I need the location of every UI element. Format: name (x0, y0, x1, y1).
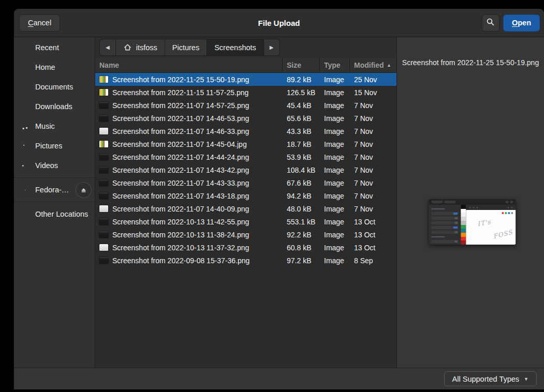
filter-label: All Supported Types (452, 375, 520, 383)
sidebar-item-recent[interactable]: Recent (14, 38, 95, 57)
file-thumbnail-icon (99, 102, 108, 109)
file-size: 67.6 kB (283, 179, 320, 187)
cancel-button[interactable]: Cancel (19, 14, 60, 32)
file-row[interactable]: Screenshot from 2022-11-07 14-40-09.png … (95, 202, 396, 215)
path-forward-button[interactable]: ▶ (264, 39, 280, 55)
file-thumbnail-icon (99, 141, 108, 147)
file-size: 89.2 kB (283, 76, 320, 84)
open-button[interactable]: Open (503, 14, 540, 32)
file-row[interactable]: Screenshot from 2022-11-07 14-57-25.png … (95, 99, 396, 112)
sidebar-item-downloads[interactable]: Downloads (14, 97, 95, 116)
file-chooser-dialog: File Upload Cancel Open Recent H (14, 9, 544, 389)
file-name: Screenshot from 2022-11-07 14-46-33.png (112, 127, 249, 135)
file-type: Image (320, 101, 350, 110)
sidebar-item-videos[interactable]: Videos (14, 156, 95, 175)
file-size: 92.2 kB (283, 231, 320, 239)
preview-thumbnail: IT's FOSS (429, 199, 516, 245)
file-modified: 7 Nov (350, 127, 396, 135)
file-name: Screenshot from 2022-11-07 14-43-42.png (112, 166, 249, 174)
action-bar: All Supported Types ▼ (14, 368, 544, 389)
document-icon (21, 83, 30, 92)
file-size: 60.8 kB (283, 244, 320, 252)
sort-indicator-icon: ▲ (387, 63, 392, 68)
thumbnail-canvas-dots (502, 212, 513, 214)
file-row[interactable]: Screenshot from 2022-11-07 14-43-18.png … (95, 189, 396, 202)
sidebar-item-home[interactable]: Home (14, 57, 95, 77)
file-name: Screenshot from 2022-11-25 15-50-19.png (112, 76, 249, 84)
file-type: Image (320, 179, 350, 187)
file-size: 65.6 kB (283, 114, 320, 123)
file-name: Screenshot from 2022-11-15 11-57-25.png (112, 88, 248, 97)
file-row[interactable]: Screenshot from 2022-11-07 14-44-24.png … (95, 150, 396, 163)
chevron-right-icon: ▶ (270, 44, 274, 50)
file-row[interactable]: Screenshot from 2022-11-07 14-46-53.png … (95, 112, 396, 125)
file-row-selected[interactable]: Screenshot from 2022-11-25 15-50-19.png … (95, 73, 396, 86)
breadcrumb-screenshots[interactable]: Screenshots (207, 39, 264, 55)
file-row[interactable]: Screenshot from 2022-11-07 14-43-42.png … (95, 163, 396, 176)
file-size: 108.4 kB (283, 166, 320, 174)
file-size: 53.9 kB (283, 153, 320, 161)
search-button[interactable] (482, 14, 499, 32)
file-name: Screenshot from 2022-11-07 14-40-09.png (112, 205, 249, 213)
home-icon (21, 63, 30, 72)
sidebar-item-music[interactable]: Music (14, 116, 95, 136)
file-row[interactable]: Screenshot from 2022-09-08 15-37-36.png … (95, 254, 396, 267)
file-row[interactable]: Screenshot from 2022-11-07 14-45-04.jpg … (95, 138, 396, 150)
file-name: Screenshot from 2022-10-13 11-37-32.png (112, 244, 249, 252)
file-row[interactable]: Screenshot from 2022-10-13 11-42-55.png … (95, 215, 396, 228)
search-icon (486, 18, 495, 28)
home-icon (123, 43, 132, 52)
sidebar-item-documents[interactable]: Documents (14, 77, 95, 97)
file-modified: 7 Nov (350, 192, 396, 200)
thumbnail-settings-panel (429, 205, 461, 245)
file-type-filter-dropdown[interactable]: All Supported Types ▼ (444, 371, 537, 386)
file-type: Image (320, 231, 350, 239)
file-modified: 7 Nov (350, 114, 396, 123)
eject-button[interactable] (76, 182, 92, 198)
column-header-size[interactable]: Size (283, 57, 320, 72)
file-thumbnail-icon (99, 154, 108, 160)
file-type: Image (320, 166, 350, 174)
music-icon (21, 122, 30, 131)
thumbnail-toolbar (466, 205, 516, 210)
file-modified: 7 Nov (350, 179, 396, 187)
file-size: 94.2 kB (283, 192, 320, 200)
file-thumbnail-icon (99, 244, 108, 251)
breadcrumb-pictures[interactable]: Pictures (165, 39, 207, 55)
file-type: Image (320, 140, 350, 148)
dialog-title: File Upload (14, 19, 544, 27)
file-thumbnail-icon (99, 218, 108, 225)
disc-icon (21, 186, 30, 194)
file-name: Screenshot from 2022-09-08 15-37-36.png (112, 257, 249, 265)
file-row[interactable]: Screenshot from 2022-11-07 14-43-33.png … (95, 176, 396, 189)
file-row[interactable]: Screenshot from 2022-10-13 11-38-24.png … (95, 228, 396, 241)
file-modified: 13 Oct (350, 218, 396, 226)
file-modified: 13 Oct (350, 244, 396, 252)
file-size: 48.0 kB (283, 205, 320, 213)
breadcrumb-itsfoss[interactable]: itsfoss (116, 39, 165, 55)
thumbnail-scribble-foss: FOSS (492, 229, 513, 240)
file-row[interactable]: Screenshot from 2022-11-07 14-46-33.png … (95, 125, 396, 138)
sidebar-item-pictures[interactable]: Pictures (14, 136, 95, 156)
file-name: Screenshot from 2022-10-13 11-38-24.png (112, 231, 249, 239)
file-thumbnail-icon (99, 205, 108, 212)
file-thumbnail-icon (99, 115, 108, 122)
file-row[interactable]: Screenshot from 2022-11-15 11-57-25.png … (95, 86, 396, 99)
file-size: 18.7 kB (283, 140, 320, 148)
file-modified: 7 Nov (350, 166, 396, 174)
sidebar-item-fedora[interactable]: Fedora-… (14, 180, 95, 200)
thumbnail-color-palette (461, 205, 466, 245)
sidebar-item-other-locations[interactable]: Other Locations (14, 204, 95, 224)
file-row[interactable]: Screenshot from 2022-10-13 11-37-32.png … (95, 241, 396, 254)
file-thumbnail-icon (99, 231, 108, 238)
path-back-button[interactable]: ◀ (100, 39, 116, 55)
file-name: Screenshot from 2022-11-07 14-46-53.png (112, 114, 249, 123)
column-header-type[interactable]: Type (320, 57, 350, 72)
file-type: Image (320, 244, 350, 252)
thumbnail-scribble-its: IT's (477, 218, 491, 228)
file-modified: 7 Nov (350, 205, 396, 213)
column-header-modified[interactable]: Modified ▲ (350, 57, 396, 72)
clock-icon (21, 43, 30, 52)
column-header-name[interactable]: Name (95, 57, 283, 72)
file-thumbnail-icon (99, 128, 108, 134)
